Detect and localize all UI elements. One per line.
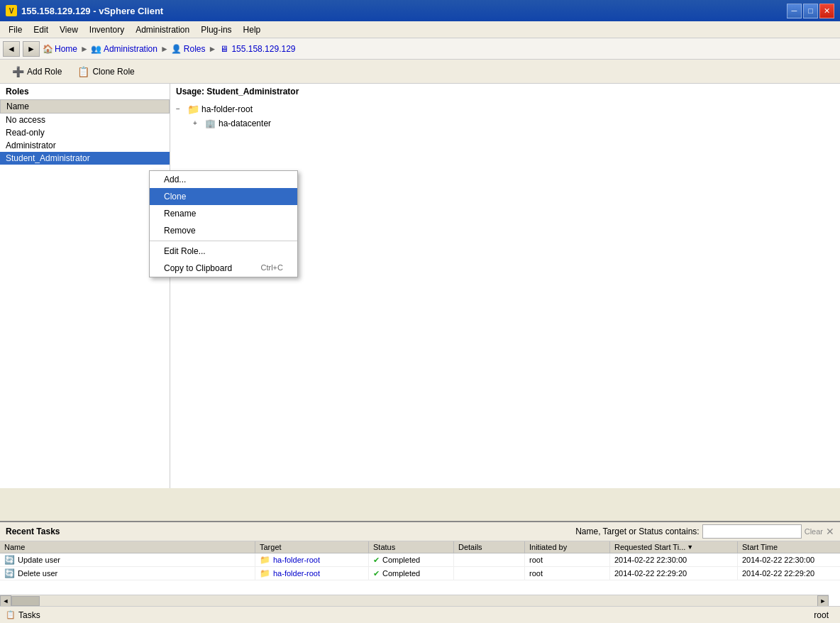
tree-item-ha-folder-root[interactable]: − 📁 ha-folder-root bbox=[173, 102, 837, 116]
task-icon-2: 🔄 bbox=[4, 568, 15, 578]
breadcrumb-server[interactable]: 🖥 155.158.129.129 bbox=[219, 44, 295, 54]
task-details-1 bbox=[454, 553, 525, 566]
window-title: 155.158.129.129 - vSphere Client bbox=[21, 6, 787, 16]
tasks-search-input[interactable] bbox=[702, 524, 802, 539]
tree-expand-icon-dc[interactable]: + bbox=[193, 119, 201, 128]
tasks-header: Recent Tasks Name, Target or Status cont… bbox=[0, 522, 840, 541]
clone-role-button[interactable]: 📋 Clone Role bbox=[71, 63, 140, 80]
statusbar-user: root bbox=[814, 610, 829, 620]
ctx-add[interactable]: Add... bbox=[150, 171, 297, 188]
roles-column-header: Name bbox=[0, 99, 170, 114]
recent-tasks: Recent Tasks Name, Target or Status cont… bbox=[0, 521, 840, 606]
breadcrumb-sep-3: ► bbox=[209, 44, 217, 54]
app-icon: V bbox=[6, 5, 17, 16]
col-target: Target bbox=[255, 541, 369, 553]
task-name-2: 🔄 Delete user bbox=[0, 567, 255, 580]
toolbar: ➕ Add Role 📋 Clone Role bbox=[0, 60, 840, 84]
col-details: Details bbox=[454, 541, 525, 553]
ctx-rename[interactable]: Rename bbox=[150, 205, 297, 222]
folder-icon: 📁 bbox=[187, 104, 199, 115]
roles-icon: 👤 bbox=[172, 44, 182, 54]
breadcrumb-roles[interactable]: 👤 Roles bbox=[172, 44, 206, 54]
context-menu: Add... Clone Rename Remove Edit Role... … bbox=[149, 170, 298, 277]
task-target-1: 📁 ha-folder-root bbox=[255, 553, 369, 566]
statusbar-tasks-label: Tasks bbox=[18, 610, 40, 620]
ctx-shortcut: Ctrl+C bbox=[261, 263, 283, 273]
target-icon-1: 📁 bbox=[260, 555, 270, 565]
col-requested-start: Requested Start Ti... ▼ bbox=[610, 541, 738, 553]
task-start-2: 2014-02-22 22:29:20 bbox=[738, 567, 840, 580]
breadcrumb-administration[interactable]: 👥 Administration bbox=[92, 44, 158, 54]
scroll-h-track[interactable] bbox=[11, 595, 817, 606]
menu-edit[interactable]: Edit bbox=[28, 23, 54, 36]
usage-title: Usage: Student_Administrator bbox=[170, 84, 840, 99]
menu-administration[interactable]: Administration bbox=[130, 23, 195, 36]
clone-role-icon: 📋 bbox=[77, 66, 89, 77]
scroll-right-button[interactable]: ► bbox=[817, 595, 829, 607]
ctx-copy-clipboard[interactable]: Copy to Clipboard Ctrl+C bbox=[150, 260, 297, 277]
status-icon-1: ✔ bbox=[373, 556, 380, 565]
roles-panel: Roles Name No access Read-only Administr… bbox=[0, 84, 170, 488]
recent-tasks-title: Recent Tasks bbox=[6, 526, 60, 536]
task-target-2: 📁 ha-folder-root bbox=[255, 567, 369, 580]
tree-collapse-icon[interactable]: − bbox=[176, 105, 184, 114]
tasks-clear-button[interactable]: Clear bbox=[805, 527, 823, 536]
tree-area: − 📁 ha-folder-root + 🏢 ha-datacenter bbox=[170, 99, 840, 488]
task-details-2 bbox=[454, 567, 525, 580]
task-status-1: ✔ Completed bbox=[369, 553, 454, 566]
add-role-button[interactable]: ➕ Add Role bbox=[6, 63, 68, 80]
ctx-edit-role[interactable]: Edit Role... bbox=[150, 243, 297, 260]
maximize-button[interactable]: □ bbox=[803, 4, 818, 18]
table-row: 🔄 Update user 📁 ha-folder-root ✔ Complet… bbox=[0, 553, 840, 567]
menu-help[interactable]: Help bbox=[238, 23, 267, 36]
ctx-separator bbox=[150, 241, 297, 241]
task-name-1: 🔄 Update user bbox=[0, 553, 255, 566]
tasks-close-icon[interactable]: ✕ bbox=[826, 526, 834, 537]
roles-list: Name No access Read-only Administrator S… bbox=[0, 99, 170, 488]
back-button[interactable]: ◄ bbox=[3, 41, 20, 57]
titlebar: V 155.158.129.129 - vSphere Client ─ □ ✕ bbox=[0, 0, 840, 21]
task-initiated-1: root bbox=[525, 553, 610, 566]
col-start-time: Start Time bbox=[738, 541, 840, 553]
task-initiated-2: root bbox=[525, 567, 610, 580]
usage-panel: Usage: Student_Administrator − 📁 ha-fold… bbox=[170, 84, 840, 488]
menu-file[interactable]: File bbox=[3, 23, 28, 36]
tree-item-ha-datacenter[interactable]: + 🏢 ha-datacenter bbox=[173, 116, 837, 131]
role-item-read-only[interactable]: Read-only bbox=[0, 126, 170, 139]
breadcrumb-sep-1: ► bbox=[80, 44, 89, 54]
role-item-student-admin[interactable]: Student_Administrator bbox=[0, 152, 170, 165]
tasks-columns: Name Target Status Details Initiated by … bbox=[0, 541, 840, 553]
ctx-remove[interactable]: Remove bbox=[150, 222, 297, 239]
col-status: Status bbox=[369, 541, 454, 553]
administration-icon: 👥 bbox=[92, 44, 101, 54]
breadcrumb: 🏠 Home ► 👥 Administration ► 👤 Roles ► 🖥 … bbox=[43, 44, 296, 54]
minimize-button[interactable]: ─ bbox=[787, 4, 802, 18]
horizontal-scrollbar[interactable]: ◄ ► bbox=[0, 595, 829, 606]
menu-plugins[interactable]: Plug-ins bbox=[195, 23, 237, 36]
col-initiated: Initiated by bbox=[525, 541, 610, 553]
search-label: Name, Target or Status contains: bbox=[575, 526, 700, 536]
task-req-start-2: 2014-02-22 22:29:20 bbox=[610, 567, 738, 580]
role-item-no-access[interactable]: No access bbox=[0, 114, 170, 126]
roles-title: Roles bbox=[0, 84, 170, 99]
forward-button[interactable]: ► bbox=[23, 41, 40, 57]
breadcrumb-home[interactable]: 🏠 Home bbox=[43, 44, 77, 54]
statusbar: 📋 Tasks root bbox=[0, 606, 840, 623]
navbar: ◄ ► 🏠 Home ► 👥 Administration ► 👤 Roles … bbox=[0, 38, 840, 60]
ctx-clone[interactable]: Clone bbox=[150, 188, 297, 205]
statusbar-tasks[interactable]: 📋 Tasks bbox=[6, 610, 40, 620]
add-role-icon: ➕ bbox=[12, 66, 24, 77]
tree-label-ha-folder-root: ha-folder-root bbox=[201, 104, 253, 114]
close-button[interactable]: ✕ bbox=[819, 4, 834, 18]
col-name: Name bbox=[0, 541, 255, 553]
menubar: File Edit View Inventory Administration … bbox=[0, 21, 840, 38]
window-controls: ─ □ ✕ bbox=[787, 4, 834, 18]
datacenter-icon: 🏢 bbox=[204, 118, 216, 129]
task-status-2: ✔ Completed bbox=[369, 567, 454, 580]
scroll-left-button[interactable]: ◄ bbox=[0, 595, 11, 607]
menu-inventory[interactable]: Inventory bbox=[84, 23, 130, 36]
server-icon: 🖥 bbox=[219, 44, 229, 54]
tasks-status-icon: 📋 bbox=[6, 610, 16, 619]
role-item-administrator[interactable]: Administrator bbox=[0, 139, 170, 152]
menu-view[interactable]: View bbox=[54, 23, 84, 36]
